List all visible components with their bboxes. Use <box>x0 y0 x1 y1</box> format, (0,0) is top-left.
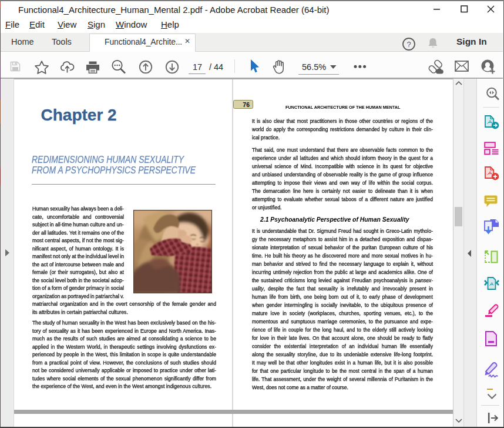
svg-text:?: ? <box>406 40 411 49</box>
